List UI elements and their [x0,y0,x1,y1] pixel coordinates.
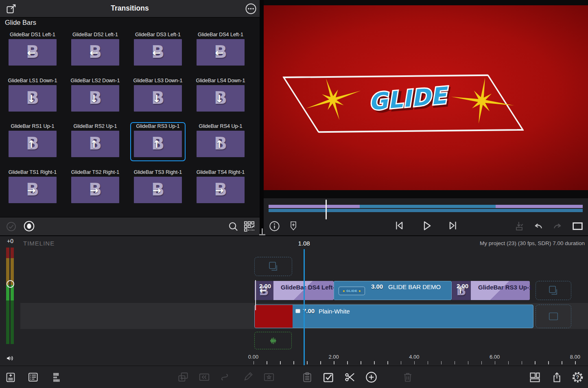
clip-effects-button[interactable] [262,369,276,385]
play-button[interactable] [419,218,433,233]
insert-to-timeline-button[interactable] [512,218,527,234]
overlay-track-drop-target[interactable] [254,257,292,276]
transition-thumbnail: B↑ [197,131,245,157]
transitions-panel-footer [0,217,260,236]
transition-item-glidebar-ts1-right-1[interactable]: GlideBar TS1 Right-1B→ [5,168,60,207]
audio-track-drop-target[interactable] [254,332,292,349]
speaker-icon[interactable] [3,351,17,366]
transition-item-glidebar-ls4-down-1[interactable]: GlideBar LS4 Down-1B↓ [193,77,248,116]
panel-resize-handle[interactable] [262,228,263,235]
video-editor-app: Transitions Glide Bars GlideBar DS1 Left… [0,0,588,388]
track2-append-drop-target[interactable] [536,305,571,328]
transition-item-label: GlideBar LS4 Down-1 [194,78,247,83]
track1-append-drop-target[interactable] [536,281,571,300]
undo-button[interactable] [531,218,545,234]
paste-attributes-button[interactable] [300,369,314,385]
transition-thumbnail: B↓ [134,85,182,112]
timeline-ruler[interactable]: 0.002.004.006.008.00 [0,236,588,366]
transition-item-glidebar-ts4-right-1[interactable]: GlideBar TS4 Right-1B→ [193,168,248,207]
transition-item-glidebar-rs4-up-1[interactable]: GlideBar RS4 Up-1B↑ [193,122,248,161]
source-library-button[interactable] [26,369,40,385]
thumb-star-dot [343,290,345,292]
share-export-button[interactable] [550,369,564,385]
transition-item-glidebar-ds3-left-1[interactable]: GlideBar DS3 Left-1B← [130,31,186,70]
transition-item-glidebar-ts3-right-1[interactable]: GlideBar TS3 Right-1B→ [130,168,186,207]
transition-item-glidebar-ds4-left-1[interactable]: GlideBar DS4 Left-1B← [193,31,248,70]
ruler-tick [267,361,267,364]
timeline-playhead[interactable] [304,249,305,365]
transition-thumbnail: B↑ [134,131,182,157]
clip-duration: 2.00 [457,283,468,289]
overlay-add-button[interactable] [176,369,190,385]
help-settings-button[interactable]: ? [571,369,584,385]
transition-item-glidebar-ls1-down-1[interactable]: GlideBar LS1 Down-1B↓ [5,77,60,116]
transition-item-label: GlideBar LS3 Down-1 [131,78,185,83]
audio-mixer-button[interactable] [50,369,63,385]
transition-thumbnail: B↑ [9,131,57,157]
transition-item-label: GlideBar TS2 Right-1 [68,169,122,175]
scrubber-playhead[interactable] [326,199,327,219]
delete-clip-button[interactable] [401,369,415,385]
split-clip-button[interactable] [343,369,357,385]
transition-item-glidebar-ts2-right-1[interactable]: GlideBar TS2 Right-1B→ [68,168,123,207]
ruler-tick [347,361,348,364]
transition-thumbnail: B↓ [9,85,57,112]
film-clip-icon [295,308,301,314]
transitions-panel: Transitions Glide Bars GlideBar DS1 Left… [0,0,260,235]
ruler-tick [334,361,334,364]
clip-duration: 2.00 [259,283,271,289]
transition-item-glidebar-rs3-up-1[interactable]: GlideBar RS3 Up-1B↑ [130,122,186,161]
select-clips-button[interactable] [321,369,335,385]
edit-point-marker [255,280,256,310]
ruler-tick [307,361,308,364]
display-output-button[interactable] [570,218,585,234]
skip-to-start-button[interactable] [391,218,406,233]
transport-bar [264,198,588,235]
clip-transition-in[interactable]: B ← 2.00 GlideBar DS4 Left-1 [254,281,334,300]
transition-thumbnail: B↑ [71,131,119,157]
transition-item-glidebar-rs1-up-1[interactable]: GlideBar RS1 Up-1B↑ [5,122,60,161]
ruler-label: 2.00 [324,354,343,360]
scrubber-track2-bar[interactable] [269,209,583,212]
thumbnail-view-options-icon[interactable] [242,218,256,234]
scrubber-track1-bar[interactable] [269,205,583,208]
transition-item-label: GlideBar RS4 Up-1 [194,123,247,129]
transition-item-glidebar-ls2-down-1[interactable]: GlideBar LS2 Down-1B↓ [68,77,123,116]
transition-item-glidebar-ds2-left-1[interactable]: GlideBar DS2 Left-1B← [68,31,123,70]
ruler-tick [495,361,496,364]
record-preview-button[interactable] [22,218,36,234]
search-icon[interactable] [226,219,240,234]
skip-to-end-button[interactable] [446,218,461,233]
clip-transition-out[interactable]: B ↑ 2.00 GlideBar RS3 Up-1 [452,281,530,300]
direction-arrow-icon: ← [70,46,118,58]
transition-item-glidebar-rs2-up-1[interactable]: GlideBar RS2 Up-1B↑ [68,122,123,161]
layout-toggle-button[interactable] [528,369,542,385]
edit-clip-button[interactable] [241,369,255,385]
link-clips-button[interactable] [218,369,232,385]
panel-divider[interactable] [260,0,264,235]
ruler-tick [562,361,562,364]
clip-name: GLIDE BAR DEMO [388,283,441,290]
transition-thumbnail: B→ [197,177,245,203]
clip-main-title[interactable]: GLIDE 3.00 GLIDE BAR DEMO [334,281,452,300]
clip-speed-button[interactable] [197,369,211,385]
direction-arrow-icon: ↓ [70,92,118,104]
direction-arrow-icon: → [195,184,243,196]
select-check-icon[interactable] [4,219,18,234]
ruler-tick [361,361,361,364]
ruler-tick [548,361,549,364]
direction-arrow-icon: → [70,184,118,196]
add-marker-button[interactable] [286,218,301,234]
clip-plain-white[interactable]: 7.00 Plain-White [254,305,533,328]
ruler-label: 0.00 [244,354,263,360]
clip-info-button[interactable] [267,218,282,234]
transition-item-glidebar-ds1-left-1[interactable]: GlideBar DS1 Left-1B← [5,31,60,70]
transition-item-label: GlideBar DS1 Left-1 [6,32,59,37]
add-media-to-timeline-button[interactable] [4,369,17,385]
direction-arrow-icon: ↓ [7,92,55,104]
transition-item-glidebar-ls3-down-1[interactable]: GlideBar LS3 Down-1B↓ [130,77,186,116]
meter-gain-knob[interactable] [7,280,14,288]
direction-arrow-icon: ↓ [195,92,243,104]
add-clip-button[interactable] [364,369,378,385]
redo-button[interactable] [551,218,565,234]
